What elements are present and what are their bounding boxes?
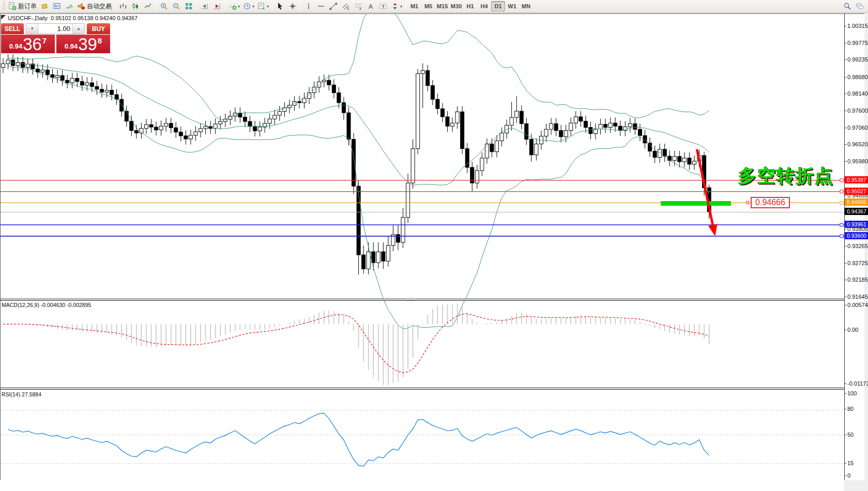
toolbar-grip[interactable]: [3, 2, 5, 11]
volume-value[interactable]: 1.00: [38, 24, 73, 34]
fibonacci-button[interactable]: F: [352, 1, 364, 12]
horizontal-price-lines[interactable]: [1, 179, 845, 238]
buy-button[interactable]: BUY: [87, 23, 110, 34]
periods-button[interactable]: ▾: [241, 1, 256, 12]
rsi-axis-tick: [844, 393, 846, 394]
new-order-label: 新订单: [18, 2, 37, 11]
symbol-ohlc: 0.95102 0.95138 0.94240 0.94367: [51, 15, 138, 21]
y-axis-tick: [844, 229, 846, 229]
crosshair-button[interactable]: [286, 1, 299, 12]
timeframe-button-H4[interactable]: H4: [477, 1, 491, 11]
timeframe-button-W1[interactable]: W1: [505, 1, 519, 11]
new-order-icon: [8, 2, 17, 10]
window-edge: [864, 13, 868, 491]
svg-text:A: A: [369, 3, 373, 10]
timeframe-button-MN[interactable]: MN: [519, 1, 533, 11]
annotation-text[interactable]: 多空转折点: [738, 164, 834, 188]
svg-text:F: F: [360, 7, 362, 11]
cursor-button[interactable]: [274, 1, 286, 12]
chart-canvas[interactable]: [1, 14, 868, 491]
volume-stepper: ▼ 1.00 ▲: [26, 23, 85, 34]
text-label-button[interactable]: T: [377, 1, 389, 12]
timeframe-button-M30[interactable]: M30: [449, 1, 463, 11]
pane-resize-grip[interactable]: [406, 298, 415, 300]
vertical-line-button[interactable]: [302, 1, 315, 12]
y-axis-label: 0.96520: [847, 141, 868, 147]
volume-decrease-button[interactable]: ▼: [26, 24, 38, 34]
y-axis-tick: [844, 144, 846, 145]
auto-scroll-button[interactable]: [199, 1, 211, 12]
chart-shift-icon: [213, 2, 221, 10]
arrows-icon: [391, 2, 399, 10]
pane-separator[interactable]: [1, 299, 845, 301]
signals-icon: [65, 2, 73, 10]
signals-button[interactable]: [63, 1, 75, 12]
rsi-axis-label: 80: [847, 406, 854, 412]
y-axis-label: 0.95980: [847, 158, 868, 164]
rsi-axis-label: 15: [847, 460, 854, 466]
callout-handle[interactable]: [746, 201, 749, 204]
rsi-axis-label: 0: [847, 472, 850, 479]
sell-button[interactable]: SELL: [1, 23, 24, 34]
templates-button[interactable]: ▾: [256, 1, 270, 12]
zoom-out-icon: [172, 2, 180, 10]
y-axis-tick: [844, 161, 846, 162]
zoom-in-button[interactable]: [158, 1, 170, 12]
cursor-icon: [276, 2, 284, 10]
buy-price-base: 0.94: [65, 42, 78, 50]
macd-axis-tick: [844, 383, 846, 384]
bar-chart-button[interactable]: [117, 1, 129, 12]
timeframe-button-M1[interactable]: M1: [407, 1, 421, 11]
trendline-button[interactable]: [327, 1, 340, 12]
chart-shift-button[interactable]: [211, 1, 223, 12]
text-button[interactable]: A: [364, 1, 377, 12]
price-callout[interactable]: 0.94666: [751, 197, 790, 208]
date-axis[interactable]: 21 Nov 20191 Dec 201910 Dec 201919 Dec 2…: [0, 480, 844, 491]
chart-window[interactable]: [0, 13, 868, 491]
chart-window-button[interactable]: [51, 1, 63, 12]
chart-window-icon: [53, 2, 61, 10]
timeframe-button-H1[interactable]: H1: [463, 1, 477, 11]
symbol-title: USDCHF-,Daily: [8, 15, 48, 21]
search-button[interactable]: [841, 1, 854, 12]
collapse-triangle-icon[interactable]: [1, 15, 6, 20]
toolbar-separator: [115, 2, 115, 11]
chat-button[interactable]: [854, 1, 866, 12]
horizontal-line-button[interactable]: [315, 1, 327, 12]
indicators-button[interactable]: ▾: [227, 1, 241, 12]
macd-axis-label: 0.005744: [847, 302, 868, 308]
y-axis-label: 0.92185: [847, 277, 868, 283]
bollinger-upper-band: [8, 14, 709, 119]
tile-windows-icon: [185, 2, 193, 10]
buy-price[interactable]: 0.94398: [56, 35, 110, 53]
main-toolbar: 新订单 自动交易 ▾ ▾ ▾ E F A T ▾: [0, 0, 868, 13]
macd-axis-tick: [844, 305, 846, 305]
timeframe-button-M15[interactable]: M15: [435, 1, 449, 11]
line-chart-button[interactable]: [142, 1, 154, 12]
new-order-button[interactable]: 新订单: [7, 1, 38, 12]
price-badge: 0.95027: [845, 188, 868, 195]
channel-button[interactable]: E: [340, 1, 352, 12]
metaeditor-button[interactable]: [38, 1, 51, 12]
timeframe-button-M5[interactable]: M5: [421, 1, 435, 11]
y-axis-tick: [844, 297, 846, 297]
y-axis-tick: [844, 43, 846, 43]
chat-icon: [856, 2, 864, 10]
arrows-button[interactable]: ▾: [389, 1, 404, 12]
symbol-header: USDCHF-,Daily0.95102 0.95138 0.94240 0.9…: [8, 15, 141, 21]
sell-price[interactable]: 0.94367: [1, 35, 55, 53]
zoom-out-button[interactable]: [170, 1, 182, 12]
volume-increase-button[interactable]: ▲: [73, 24, 84, 34]
crosshair-icon: [288, 2, 297, 10]
candlestick-series: [2, 54, 711, 274]
y-axis-tick: [844, 111, 846, 111]
pane-separator[interactable]: [1, 388, 845, 390]
mt4-application: 新订单 自动交易 ▾ ▾ ▾ E F A T ▾: [0, 0, 868, 491]
tile-windows-button[interactable]: [182, 1, 195, 12]
y-axis-label: 0.98680: [847, 74, 868, 80]
timeframe-button-D1[interactable]: D1: [491, 1, 505, 11]
candlestick-chart-button[interactable]: [129, 1, 142, 12]
macd-axis-tick: [844, 330, 846, 330]
bollinger-middle-band: [8, 62, 709, 186]
autotrading-button[interactable]: 自动交易: [75, 1, 113, 12]
